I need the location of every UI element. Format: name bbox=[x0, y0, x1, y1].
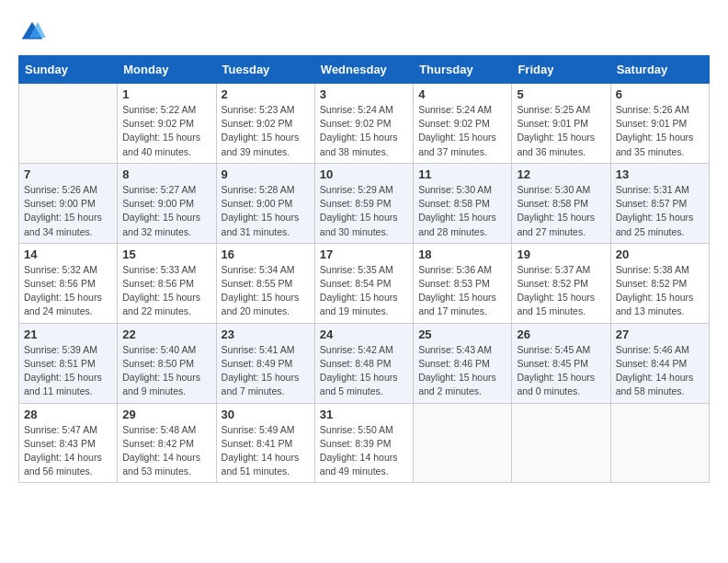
day-info: Sunrise: 5:26 AM Sunset: 9:00 PM Dayligh… bbox=[24, 183, 112, 239]
weekday-header-thursday: Thursday bbox=[414, 56, 512, 84]
day-number: 12 bbox=[517, 167, 605, 181]
day-cell: 7Sunrise: 5:26 AM Sunset: 9:00 PM Daylig… bbox=[19, 163, 118, 243]
weekday-header-monday: Monday bbox=[118, 56, 216, 84]
day-number: 7 bbox=[24, 167, 112, 181]
day-info: Sunrise: 5:49 AM Sunset: 8:41 PM Dayligh… bbox=[222, 423, 310, 479]
day-number: 27 bbox=[616, 327, 704, 341]
day-number: 19 bbox=[517, 247, 605, 261]
day-cell: 12Sunrise: 5:30 AM Sunset: 8:58 PM Dayli… bbox=[512, 163, 610, 243]
calendar-table: SundayMondayTuesdayWednesdayThursdayFrid… bbox=[18, 55, 710, 483]
day-cell bbox=[19, 84, 118, 164]
weekday-header-sunday: Sunday bbox=[19, 56, 118, 84]
day-number: 9 bbox=[222, 167, 310, 181]
day-cell: 29Sunrise: 5:48 AM Sunset: 8:42 PM Dayli… bbox=[118, 403, 216, 483]
day-cell bbox=[512, 403, 610, 483]
day-number: 8 bbox=[122, 167, 210, 181]
day-info: Sunrise: 5:25 AM Sunset: 9:01 PM Dayligh… bbox=[517, 103, 605, 159]
day-number: 13 bbox=[616, 167, 704, 181]
weekday-header-wednesday: Wednesday bbox=[314, 56, 413, 84]
day-number: 14 bbox=[24, 247, 112, 261]
week-row-3: 14Sunrise: 5:32 AM Sunset: 8:56 PM Dayli… bbox=[19, 243, 710, 323]
day-info: Sunrise: 5:50 AM Sunset: 8:39 PM Dayligh… bbox=[320, 423, 408, 479]
day-number: 10 bbox=[320, 167, 408, 181]
day-number: 22 bbox=[122, 327, 210, 341]
day-info: Sunrise: 5:46 AM Sunset: 8:44 PM Dayligh… bbox=[616, 343, 704, 399]
day-cell: 4Sunrise: 5:24 AM Sunset: 9:02 PM Daylig… bbox=[414, 84, 512, 164]
day-info: Sunrise: 5:39 AM Sunset: 8:51 PM Dayligh… bbox=[24, 343, 112, 399]
day-info: Sunrise: 5:26 AM Sunset: 9:01 PM Dayligh… bbox=[616, 103, 704, 159]
day-cell: 16Sunrise: 5:34 AM Sunset: 8:55 PM Dayli… bbox=[216, 243, 314, 323]
day-cell: 20Sunrise: 5:38 AM Sunset: 8:52 PM Dayli… bbox=[610, 243, 709, 323]
day-info: Sunrise: 5:29 AM Sunset: 8:59 PM Dayligh… bbox=[320, 183, 408, 239]
day-number: 16 bbox=[222, 247, 310, 261]
day-cell bbox=[414, 403, 512, 483]
day-cell: 30Sunrise: 5:49 AM Sunset: 8:41 PM Dayli… bbox=[216, 403, 314, 483]
day-number: 21 bbox=[24, 327, 112, 341]
weekday-header-row: SundayMondayTuesdayWednesdayThursdayFrid… bbox=[19, 56, 710, 84]
day-cell: 3Sunrise: 5:24 AM Sunset: 9:02 PM Daylig… bbox=[314, 84, 413, 164]
day-number: 3 bbox=[320, 87, 408, 101]
day-cell: 5Sunrise: 5:25 AM Sunset: 9:01 PM Daylig… bbox=[512, 84, 610, 164]
day-info: Sunrise: 5:24 AM Sunset: 9:02 PM Dayligh… bbox=[320, 103, 408, 159]
day-number: 2 bbox=[222, 87, 310, 101]
day-cell: 10Sunrise: 5:29 AM Sunset: 8:59 PM Dayli… bbox=[314, 163, 413, 243]
day-info: Sunrise: 5:31 AM Sunset: 8:57 PM Dayligh… bbox=[616, 183, 704, 239]
day-info: Sunrise: 5:23 AM Sunset: 9:02 PM Dayligh… bbox=[222, 103, 310, 159]
day-info: Sunrise: 5:28 AM Sunset: 9:00 PM Dayligh… bbox=[222, 183, 310, 239]
day-info: Sunrise: 5:27 AM Sunset: 9:00 PM Dayligh… bbox=[122, 183, 210, 239]
day-cell: 15Sunrise: 5:33 AM Sunset: 8:56 PM Dayli… bbox=[118, 243, 216, 323]
day-number: 17 bbox=[320, 247, 408, 261]
day-number: 15 bbox=[122, 247, 210, 261]
logo bbox=[18, 18, 50, 46]
day-info: Sunrise: 5:24 AM Sunset: 9:02 PM Dayligh… bbox=[418, 103, 506, 159]
day-cell: 8Sunrise: 5:27 AM Sunset: 9:00 PM Daylig… bbox=[118, 163, 216, 243]
day-info: Sunrise: 5:43 AM Sunset: 8:46 PM Dayligh… bbox=[418, 343, 506, 399]
page-header bbox=[18, 18, 710, 46]
day-cell: 9Sunrise: 5:28 AM Sunset: 9:00 PM Daylig… bbox=[216, 163, 314, 243]
day-number: 30 bbox=[222, 408, 310, 421]
day-number: 24 bbox=[320, 327, 408, 341]
day-number: 1 bbox=[122, 87, 210, 101]
day-info: Sunrise: 5:37 AM Sunset: 8:52 PM Dayligh… bbox=[517, 263, 605, 319]
day-cell: 31Sunrise: 5:50 AM Sunset: 8:39 PM Dayli… bbox=[314, 403, 413, 483]
day-info: Sunrise: 5:36 AM Sunset: 8:53 PM Dayligh… bbox=[418, 263, 506, 319]
day-cell: 22Sunrise: 5:40 AM Sunset: 8:50 PM Dayli… bbox=[118, 323, 216, 403]
day-info: Sunrise: 5:40 AM Sunset: 8:50 PM Dayligh… bbox=[122, 343, 210, 399]
day-cell: 26Sunrise: 5:45 AM Sunset: 8:45 PM Dayli… bbox=[512, 323, 610, 403]
day-number: 25 bbox=[418, 327, 506, 341]
day-number: 26 bbox=[517, 327, 605, 341]
day-number: 28 bbox=[24, 408, 112, 421]
day-number: 5 bbox=[517, 87, 605, 101]
day-info: Sunrise: 5:45 AM Sunset: 8:45 PM Dayligh… bbox=[517, 343, 605, 399]
day-info: Sunrise: 5:30 AM Sunset: 8:58 PM Dayligh… bbox=[418, 183, 506, 239]
day-number: 6 bbox=[616, 87, 704, 101]
day-cell: 25Sunrise: 5:43 AM Sunset: 8:46 PM Dayli… bbox=[414, 323, 512, 403]
day-number: 20 bbox=[616, 247, 704, 261]
day-number: 23 bbox=[222, 327, 310, 341]
weekday-header-saturday: Saturday bbox=[610, 56, 709, 84]
day-number: 31 bbox=[320, 408, 408, 421]
week-row-2: 7Sunrise: 5:26 AM Sunset: 9:00 PM Daylig… bbox=[19, 163, 710, 243]
day-number: 29 bbox=[122, 408, 210, 421]
day-cell: 6Sunrise: 5:26 AM Sunset: 9:01 PM Daylig… bbox=[610, 84, 709, 164]
day-cell: 1Sunrise: 5:22 AM Sunset: 9:02 PM Daylig… bbox=[118, 84, 216, 164]
week-row-1: 1Sunrise: 5:22 AM Sunset: 9:02 PM Daylig… bbox=[19, 84, 710, 164]
week-row-4: 21Sunrise: 5:39 AM Sunset: 8:51 PM Dayli… bbox=[19, 323, 710, 403]
day-info: Sunrise: 5:41 AM Sunset: 8:49 PM Dayligh… bbox=[222, 343, 310, 399]
day-info: Sunrise: 5:35 AM Sunset: 8:54 PM Dayligh… bbox=[320, 263, 408, 319]
day-cell: 23Sunrise: 5:41 AM Sunset: 8:49 PM Dayli… bbox=[216, 323, 314, 403]
day-cell: 14Sunrise: 5:32 AM Sunset: 8:56 PM Dayli… bbox=[19, 243, 118, 323]
day-cell: 13Sunrise: 5:31 AM Sunset: 8:57 PM Dayli… bbox=[610, 163, 709, 243]
day-info: Sunrise: 5:48 AM Sunset: 8:42 PM Dayligh… bbox=[122, 423, 210, 479]
day-cell: 18Sunrise: 5:36 AM Sunset: 8:53 PM Dayli… bbox=[414, 243, 512, 323]
day-cell: 27Sunrise: 5:46 AM Sunset: 8:44 PM Dayli… bbox=[610, 323, 709, 403]
weekday-header-tuesday: Tuesday bbox=[216, 56, 314, 84]
day-info: Sunrise: 5:32 AM Sunset: 8:56 PM Dayligh… bbox=[24, 263, 112, 319]
weekday-header-friday: Friday bbox=[512, 56, 610, 84]
day-info: Sunrise: 5:42 AM Sunset: 8:48 PM Dayligh… bbox=[320, 343, 408, 399]
day-info: Sunrise: 5:34 AM Sunset: 8:55 PM Dayligh… bbox=[222, 263, 310, 319]
logo-icon bbox=[18, 18, 46, 46]
day-cell: 2Sunrise: 5:23 AM Sunset: 9:02 PM Daylig… bbox=[216, 84, 314, 164]
day-cell: 11Sunrise: 5:30 AM Sunset: 8:58 PM Dayli… bbox=[414, 163, 512, 243]
day-info: Sunrise: 5:22 AM Sunset: 9:02 PM Dayligh… bbox=[122, 103, 210, 159]
